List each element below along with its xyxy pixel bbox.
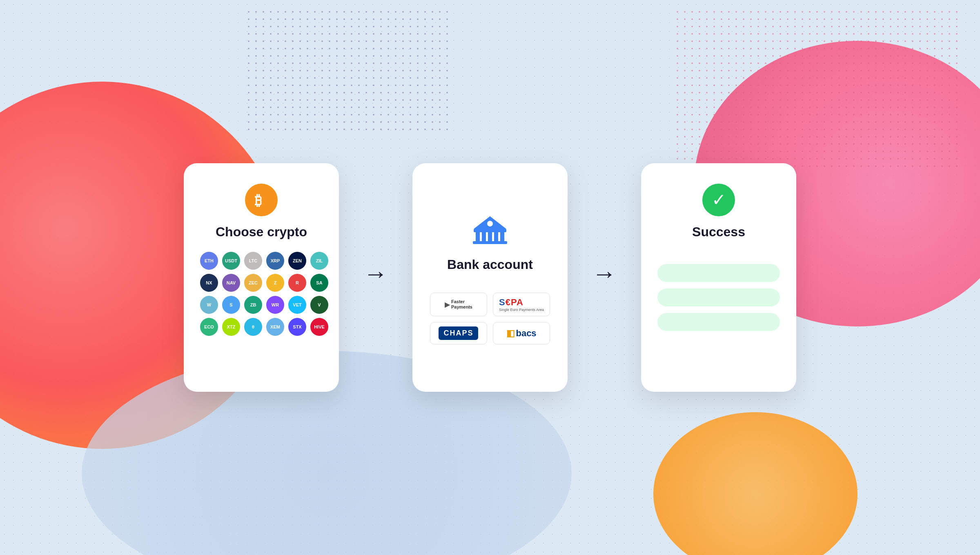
svg-rect-4 — [488, 232, 492, 241]
svg-rect-1 — [474, 229, 506, 232]
success-bar-2 — [657, 289, 780, 306]
crypto-icon-wabi: W — [200, 296, 218, 314]
bacs-label: ◧ bacs — [506, 328, 536, 339]
crypto-icon-eco: ECO — [200, 318, 218, 336]
svg-rect-5 — [494, 232, 498, 241]
crypto-card: ₿ Choose crypto ETHUSDTLTCXRPZENZILNXNAV… — [184, 163, 339, 392]
success-card: ✓ Success — [641, 163, 796, 392]
crypto-icon-zec: ZEC — [244, 274, 262, 292]
svg-rect-6 — [500, 232, 504, 241]
faster-payments-badge[interactable]: ▶ FasterPayments — [430, 293, 487, 316]
bank-icon — [472, 215, 508, 249]
chaps-label: CHAPS — [439, 326, 478, 340]
crypto-card-title: Choose crypto — [216, 224, 307, 240]
crypto-icon-zen: ZEN — [288, 252, 306, 270]
chaps-badge[interactable]: CHAPS — [430, 322, 487, 344]
success-bar-1 — [657, 264, 780, 282]
crypto-icon-ltc: LTC — [244, 252, 262, 270]
bitcoin-icon: ₿ — [245, 184, 278, 216]
bacs-badge[interactable]: ◧ bacs — [493, 322, 550, 344]
crypto-icon-usdt: USDT — [222, 252, 240, 270]
arrow-2: → — [592, 260, 617, 288]
success-bar-3 — [657, 313, 780, 331]
crypto-icon-xtz: XTZ — [222, 318, 240, 336]
fp-arrow-icon: ▶ — [445, 301, 450, 309]
svg-rect-7 — [473, 241, 507, 244]
crypto-icon-zil: ZIL — [310, 252, 328, 270]
bank-card: Bank account ▶ FasterPayments S€PA Singl… — [412, 163, 568, 392]
checkmark-icon: ✓ — [712, 191, 726, 209]
success-card-title: Success — [692, 224, 745, 240]
sepa-label: S€PA — [499, 297, 523, 307]
crypto-icon-nexo: NX — [200, 274, 218, 292]
crypto-icon-zb: ZB — [244, 296, 262, 314]
crypto-icon-zcash2: Z — [266, 274, 284, 292]
bank-card-title: Bank account — [447, 257, 533, 272]
arrow-1: → — [363, 260, 388, 288]
svg-rect-2 — [476, 232, 480, 241]
crypto-icon-sa: SA — [310, 274, 328, 292]
crypto-icon-steem: S — [222, 296, 240, 314]
success-icon: ✓ — [702, 184, 735, 216]
sepa-subtitle: Single Euro Payments Area — [499, 308, 544, 312]
crypto-icon-stx: STX — [288, 318, 306, 336]
svg-point-9 — [487, 221, 493, 226]
payment-methods-grid: ▶ FasterPayments S€PA Single Euro Paymen… — [430, 293, 550, 344]
crypto-icon-red: R — [288, 274, 306, 292]
crypto-icon-vtc: V — [310, 296, 328, 314]
fp-label: FasterPayments — [451, 299, 472, 310]
crypto-icon-hive: HIVE — [310, 318, 328, 336]
crypto-icon-wpr: WR — [266, 296, 284, 314]
crypto-grid: ETHUSDTLTCXRPZENZILNXNAVZECZRSAWSZBWRVET… — [200, 252, 323, 336]
crypto-icon-theta: θ — [244, 318, 262, 336]
svg-text:₿: ₿ — [255, 193, 262, 208]
sepa-badge[interactable]: S€PA Single Euro Payments Area — [493, 293, 550, 316]
crypto-icon-nav: NAV — [222, 274, 240, 292]
main-container: ₿ Choose crypto ETHUSDTLTCXRPZENZILNXNAV… — [0, 0, 980, 555]
crypto-icon-eth: ETH — [200, 252, 218, 270]
crypto-icon-vet: VET — [288, 296, 306, 314]
success-bars — [657, 264, 780, 331]
crypto-icon-xrp: XRP — [266, 252, 284, 270]
svg-rect-3 — [482, 232, 486, 241]
crypto-icon-xem: XEM — [266, 318, 284, 336]
